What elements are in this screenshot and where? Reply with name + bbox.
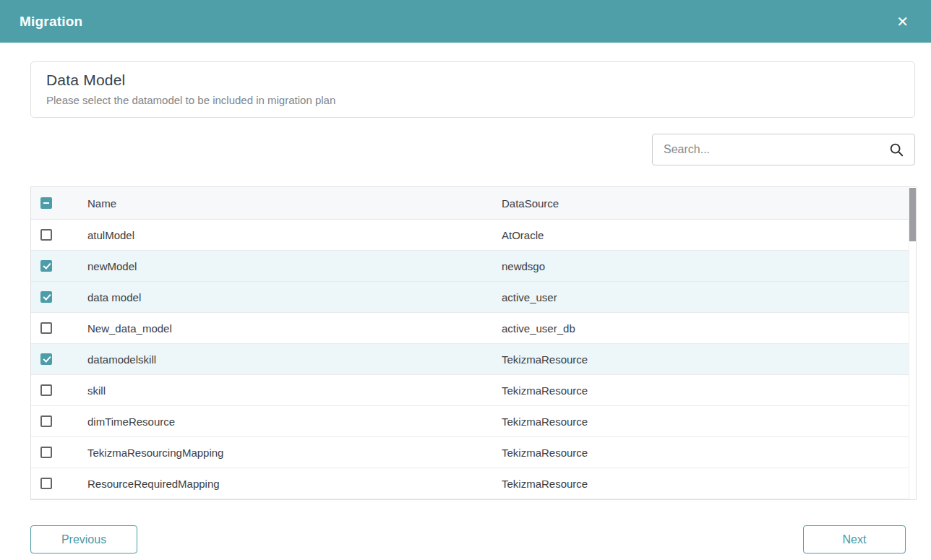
search-row <box>30 134 915 165</box>
row-datasource-cell: TekizmaResource <box>502 384 916 397</box>
row-checkbox[interactable] <box>40 322 52 334</box>
table-row[interactable]: skill TekizmaResource <box>31 375 916 406</box>
row-checkbox-cell <box>31 478 87 489</box>
row-checkbox-cell <box>31 447 87 458</box>
dialog-title: Migration <box>20 14 82 30</box>
step-info-card: Data Model Please select the datamodel t… <box>30 61 915 118</box>
row-checkbox[interactable] <box>40 260 52 272</box>
table-row[interactable]: newModel newdsgo <box>31 251 916 282</box>
row-datasource-cell: TekizmaResource <box>502 415 916 428</box>
row-datasource-cell: active_user <box>502 291 916 303</box>
table-row[interactable]: datamodelskill TekizmaResource <box>31 344 916 375</box>
table-row[interactable]: ResourceRequiredMapping TekizmaResource <box>31 468 916 499</box>
row-name-cell: newModel <box>87 260 502 272</box>
row-checkbox[interactable] <box>40 291 52 303</box>
row-checkbox[interactable] <box>40 478 52 489</box>
row-name-cell: ResourceRequiredMapping <box>87 478 502 490</box>
row-datasource-cell: active_user_db <box>502 322 916 335</box>
dialog-body: Data Model Please select the datamodel t… <box>0 43 931 500</box>
row-checkbox[interactable] <box>40 384 52 396</box>
row-checkbox-cell <box>31 260 87 272</box>
row-checkbox-cell <box>31 229 87 241</box>
datamodel-table: Name DataSource atulModel AtOracle newMo… <box>30 186 917 500</box>
row-name-cell: data model <box>87 291 502 303</box>
row-datasource-cell: TekizmaResource <box>502 353 916 366</box>
row-checkbox-cell <box>31 322 87 334</box>
row-checkbox-cell <box>31 415 87 427</box>
column-header-name: Name <box>87 197 502 210</box>
search-input[interactable] <box>664 143 888 156</box>
table-row[interactable]: atulModel AtOracle <box>31 220 916 251</box>
table-body: atulModel AtOracle newModel newdsgo data… <box>31 220 916 499</box>
select-all-cell <box>31 197 87 209</box>
row-checkbox-cell <box>31 291 87 303</box>
search-box <box>652 134 915 165</box>
row-datasource-cell: TekizmaResource <box>502 478 916 490</box>
table-row[interactable]: data model active_user <box>31 282 916 313</box>
search-icon[interactable] <box>888 142 904 158</box>
row-datasource-cell: AtOracle <box>502 229 916 241</box>
row-datasource-cell: newdsgo <box>502 260 916 272</box>
row-checkbox-cell <box>31 384 87 396</box>
row-name-cell: TekizmaResourcingMapping <box>87 447 502 459</box>
row-datasource-cell: TekizmaResource <box>502 447 916 459</box>
dialog-header: Migration ✕ <box>0 0 931 43</box>
row-name-cell: datamodelskill <box>87 353 502 366</box>
row-checkbox[interactable] <box>40 415 52 427</box>
page-title: Data Model <box>46 72 899 89</box>
row-name-cell: New_data_model <box>87 322 502 335</box>
table-row[interactable]: dimTimeResource TekizmaResource <box>31 406 916 437</box>
page-subtitle: Please select the datamodel to be includ… <box>46 94 899 106</box>
row-checkbox[interactable] <box>40 447 52 458</box>
scrollbar-thumb[interactable] <box>909 188 917 241</box>
next-button[interactable]: Next <box>803 525 906 553</box>
column-header-datasource: DataSource <box>502 197 916 210</box>
table-scrollbar[interactable] <box>909 187 916 499</box>
row-checkbox[interactable] <box>40 353 52 365</box>
row-checkbox-cell <box>31 353 87 365</box>
select-all-checkbox[interactable] <box>40 197 52 209</box>
wizard-footer: Previous Next <box>30 525 906 553</box>
row-name-cell: atulModel <box>87 229 502 241</box>
row-name-cell: skill <box>87 384 502 397</box>
table-row[interactable]: New_data_model active_user_db <box>31 313 916 344</box>
row-checkbox[interactable] <box>40 229 52 241</box>
close-icon[interactable]: ✕ <box>893 13 911 30</box>
table-row[interactable]: TekizmaResourcingMapping TekizmaResource <box>31 437 916 468</box>
table-header-row: Name DataSource <box>31 187 916 220</box>
row-name-cell: dimTimeResource <box>87 415 502 428</box>
previous-button[interactable]: Previous <box>30 525 137 553</box>
